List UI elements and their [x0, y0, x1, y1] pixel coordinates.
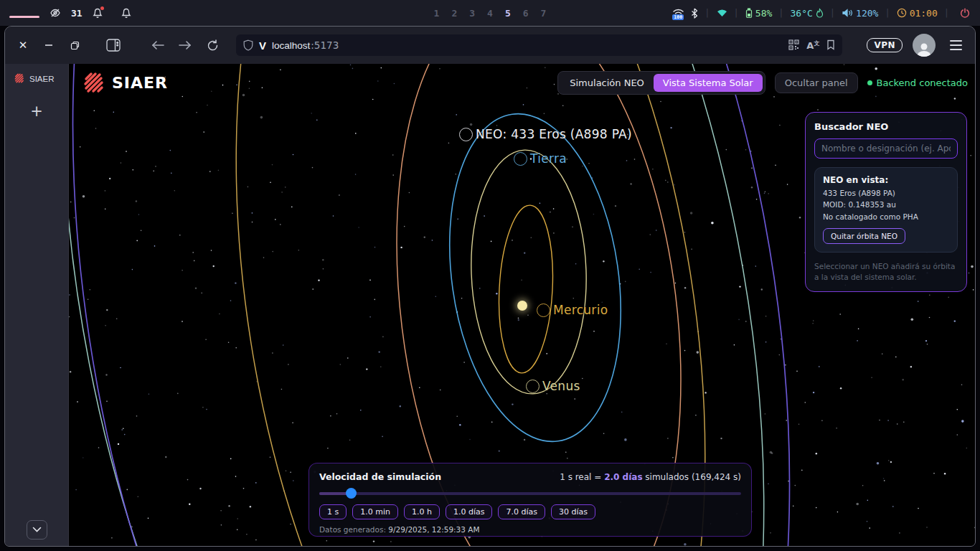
simulation-speed-panel: Velocidad de simulación 1 s real = 2.0 d…	[308, 463, 752, 537]
speed-panel-title: Velocidad de simulación	[319, 471, 441, 482]
volume-percent: 120%	[856, 8, 878, 19]
speed-presets: 1 s 1.0 min 1.0 h 1.0 días 7.0 días 30 d…	[319, 504, 741, 519]
label-neo: NEO: 433 Eros (A898 PA)	[459, 127, 632, 141]
back-button[interactable]	[147, 34, 169, 56]
flame-icon	[816, 8, 824, 18]
close-window-button[interactable]: ✕	[14, 36, 32, 55]
active-window-indicator	[9, 16, 39, 18]
preset-1s[interactable]: 1 s	[319, 504, 347, 519]
power-icon[interactable]	[960, 8, 970, 18]
qr-code-icon[interactable]	[788, 39, 799, 50]
wifi-speed-icon[interactable]: 100	[672, 8, 684, 18]
menu-icon[interactable]	[946, 36, 966, 55]
workspace-3[interactable]: 3	[469, 8, 475, 19]
side-panel-item-siaer[interactable]: SIAER	[5, 64, 68, 90]
battery-percent: 58%	[755, 8, 772, 19]
system-bar: 31 1 2 3 4 5 6 7	[0, 0, 980, 26]
speed-slider[interactable]	[319, 488, 741, 499]
search-panel-title: Buscador NEO	[814, 121, 958, 132]
add-panel-button[interactable]: +	[5, 103, 68, 120]
neo-marker	[459, 128, 473, 141]
speed-rate-text: 1 s real = 2.0 días simulados (169,424 s…	[560, 472, 741, 482]
bell-icon[interactable]	[93, 8, 103, 19]
tab-simulacion-neo[interactable]: Simulación NEO	[560, 74, 654, 92]
solar-system-canvas[interactable]: NEO: 433 Eros (A898 PA) Tierra Mercurio …	[69, 64, 975, 546]
temperature-status[interactable]: 36°C	[791, 8, 824, 19]
neo-in-view-card: NEO en vista: 433 Eros (A898 PA) MOID: 0…	[814, 167, 958, 253]
preset-30dias[interactable]: 30 días	[551, 504, 595, 519]
label-mercury: Mercurio	[537, 303, 608, 317]
workspace-7[interactable]: 7	[541, 8, 547, 19]
wifi-speed-badge: 100	[672, 14, 684, 21]
browser-side-panel: SIAER +	[5, 64, 69, 546]
slider-track[interactable]	[319, 492, 741, 495]
app-header: SIAER Simulación NEO Vista Sistema Solar…	[82, 71, 968, 95]
app-title: SIAER	[112, 74, 168, 92]
siaer-logo	[82, 72, 105, 95]
bell-secondary-icon[interactable]	[121, 8, 131, 19]
slider-thumb[interactable]	[346, 488, 357, 499]
panel-toggle-icon[interactable]	[103, 34, 124, 56]
data-generated-text: Datos generados: 9/29/2025, 12:59:33 AM	[319, 525, 741, 534]
clock-status[interactable]: 01:00	[897, 8, 938, 19]
network-icon[interactable]	[717, 9, 727, 17]
data-generated-value: 9/29/2025, 12:59:33 AM	[388, 525, 479, 534]
vpn-badge[interactable]: VPN	[867, 38, 903, 52]
preset-7dias[interactable]: 7.0 días	[498, 504, 545, 519]
temperature-value: 36°C	[791, 8, 813, 19]
eye-off-icon[interactable]	[50, 7, 61, 19]
desktop: 31 1 2 3 4 5 6 7	[0, 0, 980, 551]
workspace-5-active[interactable]: 5	[505, 8, 511, 19]
minimize-window-button[interactable]	[39, 36, 58, 55]
remove-neo-orbit-button[interactable]: Quitar órbita NEO	[823, 228, 905, 244]
backend-status: Backend conectado	[867, 77, 968, 88]
browser-toolbar: ✕	[5, 27, 975, 64]
view-switcher: Simulación NEO Vista Sistema Solar	[557, 71, 765, 95]
clock-time: 01:00	[910, 8, 938, 19]
workspace-6[interactable]: 6	[523, 8, 529, 19]
venus-marker	[526, 380, 540, 393]
neo-name: 433 Eros (A898 PA)	[823, 189, 949, 197]
restore-window-button[interactable]	[65, 36, 84, 55]
side-panel-item-label: SIAER	[29, 75, 55, 83]
notification-count: 31	[71, 8, 83, 19]
neo-search-input[interactable]	[814, 138, 958, 159]
preset-1h[interactable]: 1.0 h	[404, 504, 440, 519]
status-dot	[867, 80, 872, 85]
label-earth: Tierra	[514, 151, 567, 166]
preset-1min[interactable]: 1.0 min	[352, 504, 398, 519]
forward-button[interactable]	[174, 34, 196, 56]
browser-window: ✕	[4, 26, 976, 547]
translate-icon[interactable]: A文	[806, 39, 819, 51]
shield-icon[interactable]	[243, 39, 253, 51]
neo-in-view-title: NEO en vista:	[823, 175, 949, 185]
bookmark-icon[interactable]	[826, 39, 835, 50]
battery-status[interactable]: 58%	[745, 8, 772, 19]
speed-rate-value: 2.0 días	[604, 472, 642, 482]
siaer-favicon	[14, 73, 24, 84]
workspace-1[interactable]: 1	[434, 8, 440, 19]
sun	[517, 301, 527, 311]
neo-search-panel: Buscador NEO NEO en vista: 433 Eros (A89…	[805, 112, 967, 292]
url-port: :5173	[311, 39, 339, 51]
earth-marker	[514, 152, 527, 166]
site-icon: V	[259, 39, 266, 52]
hide-panel-button[interactable]: Ocultar panel	[775, 72, 858, 93]
orbit-mercury	[495, 204, 557, 375]
profile-avatar[interactable]	[913, 34, 936, 57]
collapse-panel-button[interactable]	[27, 520, 47, 540]
workspace-4[interactable]: 4	[487, 8, 493, 19]
tab-vista-sistema-solar[interactable]: Vista Sistema Solar	[654, 74, 763, 92]
workspace-2[interactable]: 2	[451, 8, 457, 19]
url-host: localhost	[272, 40, 310, 51]
bluetooth-icon[interactable]	[691, 8, 698, 19]
preset-1dia[interactable]: 1.0 días	[446, 504, 493, 519]
chevron-down-icon	[32, 527, 42, 533]
clock-icon	[897, 8, 907, 18]
speaker-icon	[842, 8, 853, 18]
search-panel-hint: Seleccionar un NEO añadirá su órbita a l…	[814, 261, 958, 283]
reload-button[interactable]	[202, 34, 223, 56]
label-venus: Venus	[526, 379, 580, 393]
address-bar[interactable]: V localhost:5173 A文	[236, 34, 842, 56]
volume-status[interactable]: 120%	[842, 8, 878, 19]
